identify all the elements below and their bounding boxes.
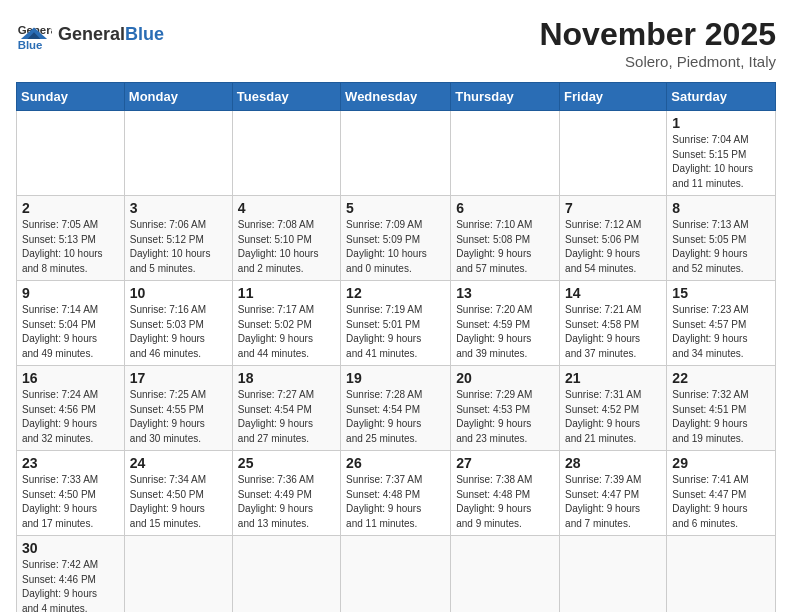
day-cell: 29Sunrise: 7:41 AM Sunset: 4:47 PM Dayli…: [667, 451, 776, 536]
day-info: Sunrise: 7:36 AM Sunset: 4:49 PM Dayligh…: [238, 473, 335, 531]
day-number: 28: [565, 455, 661, 471]
day-number: 23: [22, 455, 119, 471]
day-info: Sunrise: 7:05 AM Sunset: 5:13 PM Dayligh…: [22, 218, 119, 276]
day-info: Sunrise: 7:25 AM Sunset: 4:55 PM Dayligh…: [130, 388, 227, 446]
day-cell: 19Sunrise: 7:28 AM Sunset: 4:54 PM Dayli…: [341, 366, 451, 451]
logo-icon: General Blue: [16, 16, 52, 52]
day-cell: [560, 536, 667, 613]
day-info: Sunrise: 7:28 AM Sunset: 4:54 PM Dayligh…: [346, 388, 445, 446]
day-cell: 27Sunrise: 7:38 AM Sunset: 4:48 PM Dayli…: [451, 451, 560, 536]
day-cell: [667, 536, 776, 613]
day-info: Sunrise: 7:08 AM Sunset: 5:10 PM Dayligh…: [238, 218, 335, 276]
page-header: General Blue GeneralBlue November 2025 S…: [16, 16, 776, 70]
day-cell: 30Sunrise: 7:42 AM Sunset: 4:46 PM Dayli…: [17, 536, 125, 613]
weekday-header-row: SundayMondayTuesdayWednesdayThursdayFrid…: [17, 83, 776, 111]
day-cell: 3Sunrise: 7:06 AM Sunset: 5:12 PM Daylig…: [124, 196, 232, 281]
day-number: 12: [346, 285, 445, 301]
day-number: 6: [456, 200, 554, 216]
day-cell: 24Sunrise: 7:34 AM Sunset: 4:50 PM Dayli…: [124, 451, 232, 536]
day-number: 26: [346, 455, 445, 471]
day-cell: [232, 536, 340, 613]
day-number: 11: [238, 285, 335, 301]
day-cell: 5Sunrise: 7:09 AM Sunset: 5:09 PM Daylig…: [341, 196, 451, 281]
day-info: Sunrise: 7:24 AM Sunset: 4:56 PM Dayligh…: [22, 388, 119, 446]
day-info: Sunrise: 7:21 AM Sunset: 4:58 PM Dayligh…: [565, 303, 661, 361]
day-number: 10: [130, 285, 227, 301]
day-cell: 23Sunrise: 7:33 AM Sunset: 4:50 PM Dayli…: [17, 451, 125, 536]
day-number: 14: [565, 285, 661, 301]
day-cell: 21Sunrise: 7:31 AM Sunset: 4:52 PM Dayli…: [560, 366, 667, 451]
day-cell: 25Sunrise: 7:36 AM Sunset: 4:49 PM Dayli…: [232, 451, 340, 536]
day-cell: 2Sunrise: 7:05 AM Sunset: 5:13 PM Daylig…: [17, 196, 125, 281]
day-cell: 7Sunrise: 7:12 AM Sunset: 5:06 PM Daylig…: [560, 196, 667, 281]
day-cell: 13Sunrise: 7:20 AM Sunset: 4:59 PM Dayli…: [451, 281, 560, 366]
day-cell: 14Sunrise: 7:21 AM Sunset: 4:58 PM Dayli…: [560, 281, 667, 366]
day-cell: 11Sunrise: 7:17 AM Sunset: 5:02 PM Dayli…: [232, 281, 340, 366]
weekday-header-tuesday: Tuesday: [232, 83, 340, 111]
day-cell: [17, 111, 125, 196]
day-info: Sunrise: 7:33 AM Sunset: 4:50 PM Dayligh…: [22, 473, 119, 531]
day-cell: [341, 536, 451, 613]
week-row-3: 9Sunrise: 7:14 AM Sunset: 5:04 PM Daylig…: [17, 281, 776, 366]
week-row-6: 30Sunrise: 7:42 AM Sunset: 4:46 PM Dayli…: [17, 536, 776, 613]
day-cell: 1Sunrise: 7:04 AM Sunset: 5:15 PM Daylig…: [667, 111, 776, 196]
day-number: 13: [456, 285, 554, 301]
day-cell: 26Sunrise: 7:37 AM Sunset: 4:48 PM Dayli…: [341, 451, 451, 536]
location: Solero, Piedmont, Italy: [539, 53, 776, 70]
day-cell: 9Sunrise: 7:14 AM Sunset: 5:04 PM Daylig…: [17, 281, 125, 366]
day-cell: 15Sunrise: 7:23 AM Sunset: 4:57 PM Dayli…: [667, 281, 776, 366]
day-cell: [124, 111, 232, 196]
day-cell: 20Sunrise: 7:29 AM Sunset: 4:53 PM Dayli…: [451, 366, 560, 451]
day-number: 18: [238, 370, 335, 386]
day-info: Sunrise: 7:04 AM Sunset: 5:15 PM Dayligh…: [672, 133, 770, 191]
day-cell: [341, 111, 451, 196]
weekday-header-sunday: Sunday: [17, 83, 125, 111]
day-cell: 22Sunrise: 7:32 AM Sunset: 4:51 PM Dayli…: [667, 366, 776, 451]
day-info: Sunrise: 7:20 AM Sunset: 4:59 PM Dayligh…: [456, 303, 554, 361]
day-info: Sunrise: 7:17 AM Sunset: 5:02 PM Dayligh…: [238, 303, 335, 361]
day-number: 20: [456, 370, 554, 386]
day-info: Sunrise: 7:34 AM Sunset: 4:50 PM Dayligh…: [130, 473, 227, 531]
day-number: 5: [346, 200, 445, 216]
week-row-5: 23Sunrise: 7:33 AM Sunset: 4:50 PM Dayli…: [17, 451, 776, 536]
day-number: 3: [130, 200, 227, 216]
day-info: Sunrise: 7:09 AM Sunset: 5:09 PM Dayligh…: [346, 218, 445, 276]
logo-general-text: GeneralBlue: [58, 24, 164, 45]
day-number: 4: [238, 200, 335, 216]
week-row-4: 16Sunrise: 7:24 AM Sunset: 4:56 PM Dayli…: [17, 366, 776, 451]
day-number: 15: [672, 285, 770, 301]
day-cell: [232, 111, 340, 196]
day-info: Sunrise: 7:42 AM Sunset: 4:46 PM Dayligh…: [22, 558, 119, 612]
day-info: Sunrise: 7:29 AM Sunset: 4:53 PM Dayligh…: [456, 388, 554, 446]
day-cell: [560, 111, 667, 196]
day-number: 19: [346, 370, 445, 386]
day-number: 24: [130, 455, 227, 471]
weekday-header-monday: Monday: [124, 83, 232, 111]
day-info: Sunrise: 7:32 AM Sunset: 4:51 PM Dayligh…: [672, 388, 770, 446]
weekday-header-thursday: Thursday: [451, 83, 560, 111]
day-cell: 8Sunrise: 7:13 AM Sunset: 5:05 PM Daylig…: [667, 196, 776, 281]
month-title: November 2025: [539, 16, 776, 53]
title-block: November 2025 Solero, Piedmont, Italy: [539, 16, 776, 70]
day-number: 2: [22, 200, 119, 216]
day-number: 8: [672, 200, 770, 216]
day-number: 17: [130, 370, 227, 386]
day-number: 9: [22, 285, 119, 301]
day-info: Sunrise: 7:16 AM Sunset: 5:03 PM Dayligh…: [130, 303, 227, 361]
logo: General Blue GeneralBlue: [16, 16, 164, 52]
day-cell: 18Sunrise: 7:27 AM Sunset: 4:54 PM Dayli…: [232, 366, 340, 451]
day-number: 1: [672, 115, 770, 131]
weekday-header-friday: Friday: [560, 83, 667, 111]
day-cell: 28Sunrise: 7:39 AM Sunset: 4:47 PM Dayli…: [560, 451, 667, 536]
day-info: Sunrise: 7:37 AM Sunset: 4:48 PM Dayligh…: [346, 473, 445, 531]
day-cell: [124, 536, 232, 613]
day-number: 30: [22, 540, 119, 556]
day-number: 7: [565, 200, 661, 216]
calendar-table: SundayMondayTuesdayWednesdayThursdayFrid…: [16, 82, 776, 612]
day-number: 29: [672, 455, 770, 471]
day-cell: [451, 536, 560, 613]
day-cell: 4Sunrise: 7:08 AM Sunset: 5:10 PM Daylig…: [232, 196, 340, 281]
day-info: Sunrise: 7:06 AM Sunset: 5:12 PM Dayligh…: [130, 218, 227, 276]
day-cell: 10Sunrise: 7:16 AM Sunset: 5:03 PM Dayli…: [124, 281, 232, 366]
day-info: Sunrise: 7:13 AM Sunset: 5:05 PM Dayligh…: [672, 218, 770, 276]
